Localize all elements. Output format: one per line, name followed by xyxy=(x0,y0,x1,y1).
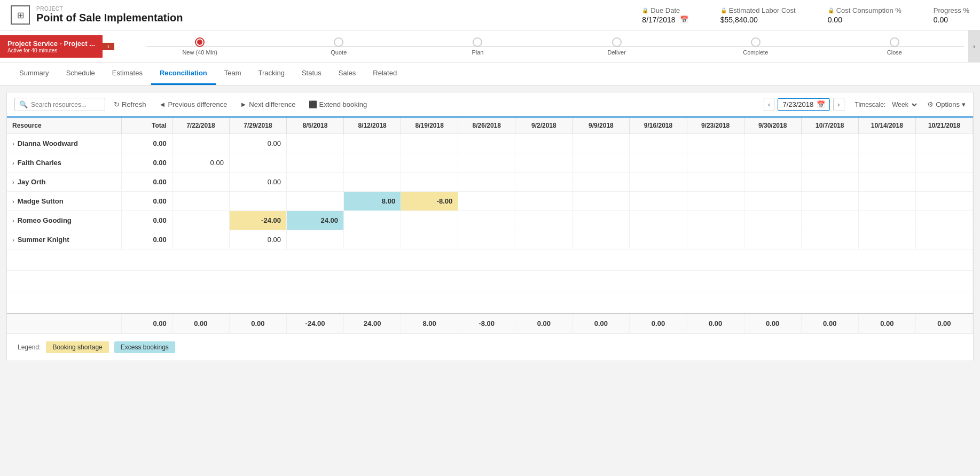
tab-schedule[interactable]: Schedule xyxy=(58,63,104,85)
estimated-labor-cost-label: Estimated Labor Cost xyxy=(729,6,796,14)
options-label: Options xyxy=(936,100,960,108)
total-romeo: 0.00 xyxy=(121,211,172,230)
expand-icon: › xyxy=(12,198,14,205)
cost-consumption-label: Cost Consumption % xyxy=(836,6,901,14)
stage-circle-close xyxy=(890,37,899,47)
calendar-icon[interactable]: 📅 xyxy=(680,15,688,24)
col-10-21: 10/21/2018 xyxy=(915,118,973,134)
due-date-field: 🔒 Due Date 8/17/2018 📅 xyxy=(642,6,688,24)
search-box[interactable]: 🔍 xyxy=(14,98,105,111)
total-jay: 0.00 xyxy=(121,173,172,192)
date-nav: ‹ 7/23/2018 📅 › xyxy=(764,98,844,111)
table-row: › Jay Orth 0.00 0.00 xyxy=(7,173,973,192)
cell-madge-teal: 8.00 xyxy=(344,192,401,211)
stage-label-plan: Plan xyxy=(472,49,483,56)
prev-difference-button[interactable]: ◄ Previous difference xyxy=(155,98,232,111)
date-next-button[interactable]: › xyxy=(833,98,844,111)
expand-icon: › xyxy=(12,141,14,147)
extend-icon: ⬛ xyxy=(309,100,317,108)
tab-tracking[interactable]: Tracking xyxy=(250,63,293,85)
col-9-16: 9/16/2018 xyxy=(630,118,687,134)
lock-icon-3: 🔒 xyxy=(828,7,834,13)
timescale-select[interactable]: Week Day Month xyxy=(890,100,919,109)
spacer-row xyxy=(7,249,973,271)
tab-related[interactable]: Related xyxy=(364,63,405,85)
resource-name-dianna: › Dianna Woodward xyxy=(7,134,121,153)
col-resource: Resource xyxy=(7,118,121,134)
stage-bar: Project Service - Project ... Active for… xyxy=(0,30,980,63)
table-row: › Summer Knight 0.00 0.00 xyxy=(7,230,973,249)
stage-circle-deliver xyxy=(612,37,622,47)
tab-estimates[interactable]: Estimates xyxy=(104,63,151,85)
col-10-7: 10/7/2018 xyxy=(801,118,858,134)
col-8-5: 8/5/2018 xyxy=(286,118,343,134)
tab-sales[interactable]: Sales xyxy=(330,63,365,85)
progress-field: Progress % 0.00 xyxy=(934,6,969,24)
tab-status[interactable]: Status xyxy=(293,63,330,85)
stage-quote[interactable]: Quote xyxy=(269,37,408,56)
legend-booking-shortage: Booking shortage xyxy=(46,341,108,353)
col-10-14: 10/14/2018 xyxy=(858,118,915,134)
col-8-26: 8/26/2018 xyxy=(458,118,515,134)
stage-deliver[interactable]: Deliver xyxy=(547,37,686,56)
calendar-icon-toolbar[interactable]: 📅 xyxy=(817,100,825,108)
prev-icon: ◄ xyxy=(159,100,166,108)
stage-circle-plan xyxy=(473,37,482,47)
stage-active-tag[interactable]: Project Service - Project ... Active for… xyxy=(0,35,103,58)
col-9-23: 9/23/2018 xyxy=(687,118,744,134)
main-content: 🔍 ↻ Refresh ◄ Previous difference ► Next… xyxy=(6,92,974,361)
estimated-labor-cost-value: $55,840.00 xyxy=(720,15,796,24)
tab-reconciliation[interactable]: Reconciliation xyxy=(151,63,216,85)
stage-new[interactable]: New (40 Min) xyxy=(130,37,269,56)
stage-chevron-right[interactable]: › xyxy=(968,30,980,62)
col-total: Total xyxy=(121,118,172,134)
grid-container: Resource Total 7/22/2018 7/29/2018 8/5/2… xyxy=(7,118,973,333)
current-date: 7/23/2018 xyxy=(782,100,813,108)
resource-grid: Resource Total 7/22/2018 7/29/2018 8/5/2… xyxy=(7,118,973,333)
project-icon: ⊞ xyxy=(11,5,30,25)
refresh-label: Refresh xyxy=(122,100,146,108)
expand-icon: › xyxy=(12,237,14,243)
stage-label-new: New (40 Min) xyxy=(182,49,217,56)
stage-active-title: Project Service - Project ... xyxy=(7,40,95,48)
tab-team[interactable]: Team xyxy=(216,63,250,85)
chevron-down-icon: ▾ xyxy=(962,100,966,108)
stages-track: New (40 Min) Quote Plan Deliver Complete… xyxy=(114,37,980,56)
legend-label: Legend: xyxy=(18,344,41,351)
cell-madge-yellow: -8.00 xyxy=(401,192,458,211)
reconcile-toolbar: 🔍 ↻ Refresh ◄ Previous difference ► Next… xyxy=(7,92,973,118)
lock-icon-2: 🔒 xyxy=(720,7,727,13)
due-date-value: 8/17/2018 xyxy=(642,15,675,24)
options-button[interactable]: ⚙ Options ▾ xyxy=(927,100,966,108)
total-faith: 0.00 xyxy=(121,153,172,173)
stage-complete[interactable]: Complete xyxy=(686,37,825,56)
resource-name-jay: › Jay Orth xyxy=(7,173,121,192)
expand-icon: › xyxy=(12,160,14,166)
extend-booking-button[interactable]: ⬛ Extend booking xyxy=(304,98,372,111)
resource-name-faith: › Faith Charles xyxy=(7,153,121,173)
total-col-total: 0.00 xyxy=(121,314,172,333)
date-prev-button[interactable]: ‹ xyxy=(764,98,774,111)
total-dianna: 0.00 xyxy=(121,134,172,153)
search-input[interactable] xyxy=(31,101,100,108)
cell-romeo-yellow: -24.00 xyxy=(229,211,286,230)
name-label: Madge Sutton xyxy=(18,197,64,205)
name-label: Faith Charles xyxy=(18,159,61,167)
stage-plan[interactable]: Plan xyxy=(408,37,547,56)
name-label: Romeo Gooding xyxy=(18,216,72,224)
lock-icon: 🔒 xyxy=(642,7,648,13)
col-7-29: 7/29/2018 xyxy=(229,118,286,134)
name-label: Dianna Woodward xyxy=(18,139,78,147)
cost-consumption-value: 0.00 xyxy=(828,15,901,24)
stage-close[interactable]: Close xyxy=(825,37,964,56)
spacer-row xyxy=(7,271,973,292)
col-9-30: 9/30/2018 xyxy=(744,118,801,134)
tab-summary[interactable]: Summary xyxy=(11,63,58,85)
stage-active-sub: Active for 40 minutes xyxy=(7,48,95,53)
grid-header-row: Resource Total 7/22/2018 7/29/2018 8/5/2… xyxy=(7,118,973,134)
refresh-button[interactable]: ↻ Refresh xyxy=(109,98,151,111)
date-input-wrapper: 7/23/2018 📅 xyxy=(778,98,830,111)
header-fields: 🔒 Due Date 8/17/2018 📅 🔒 Estimated Labor… xyxy=(642,6,969,24)
stage-chevron-left[interactable]: ‹ xyxy=(103,43,114,50)
next-difference-button[interactable]: ► Next difference xyxy=(236,98,300,111)
